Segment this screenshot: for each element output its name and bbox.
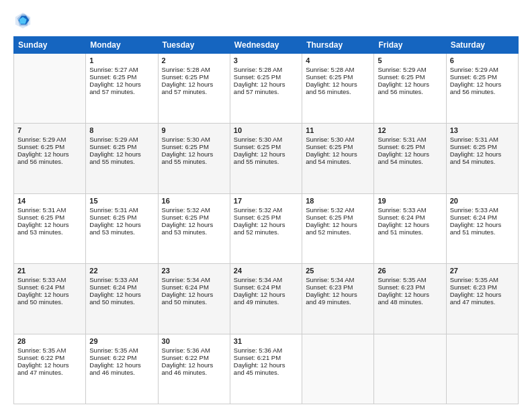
day-cell: 22Sunrise: 5:33 AMSunset: 6:24 PMDayligh… xyxy=(86,264,158,334)
day-number: 10 xyxy=(234,126,298,134)
logo xyxy=(13,11,35,30)
day-info: Sunset: 6:25 PM xyxy=(306,143,370,150)
day-cell: 30Sunrise: 5:36 AMSunset: 6:22 PMDayligh… xyxy=(158,334,230,404)
day-number: 15 xyxy=(89,197,154,205)
day-cell: 31Sunrise: 5:36 AMSunset: 6:21 PMDayligh… xyxy=(230,334,302,404)
day-cell: 15Sunrise: 5:31 AMSunset: 6:25 PMDayligh… xyxy=(86,193,158,263)
day-info: Sunset: 6:25 PM xyxy=(162,143,226,150)
col-header-friday: Friday xyxy=(374,37,446,54)
day-info: Sunrise: 5:28 AM xyxy=(162,66,226,73)
header xyxy=(13,11,519,30)
day-cell: 9Sunrise: 5:30 AMSunset: 6:25 PMDaylight… xyxy=(158,124,230,193)
day-number: 26 xyxy=(378,267,442,275)
day-info: Daylight: 12 hours xyxy=(234,291,298,298)
day-info: Sunset: 6:23 PM xyxy=(306,283,370,291)
day-info: Sunset: 6:25 PM xyxy=(306,73,370,81)
day-info: and 49 minutes. xyxy=(234,298,298,306)
day-cell: 28Sunrise: 5:35 AMSunset: 6:22 PMDayligh… xyxy=(14,334,86,404)
day-number: 7 xyxy=(17,126,82,134)
day-number: 16 xyxy=(162,197,226,205)
day-info: Daylight: 12 hours xyxy=(17,221,82,228)
day-info: and 53 minutes. xyxy=(162,228,226,236)
day-number: 17 xyxy=(234,197,298,205)
day-info: and 57 minutes. xyxy=(162,88,226,95)
day-info: Sunset: 6:23 PM xyxy=(378,283,442,291)
day-number: 4 xyxy=(306,56,370,64)
day-info: Sunset: 6:25 PM xyxy=(378,143,442,150)
day-info: Sunset: 6:24 PM xyxy=(234,283,298,291)
day-info: Sunrise: 5:34 AM xyxy=(162,276,226,283)
day-info: Sunrise: 5:29 AM xyxy=(89,136,154,143)
day-cell: 2Sunrise: 5:28 AMSunset: 6:25 PMDaylight… xyxy=(158,54,230,124)
day-info: and 54 minutes. xyxy=(450,158,515,165)
day-number: 9 xyxy=(162,126,226,134)
day-info: Sunset: 6:25 PM xyxy=(17,214,82,221)
day-info: Daylight: 12 hours xyxy=(378,150,442,158)
day-cell: 18Sunrise: 5:32 AMSunset: 6:25 PMDayligh… xyxy=(302,193,374,263)
day-info: and 54 minutes. xyxy=(378,158,442,165)
day-info: Daylight: 12 hours xyxy=(162,150,226,158)
day-info: Daylight: 12 hours xyxy=(450,221,515,228)
day-cell xyxy=(374,334,446,404)
day-info: Daylight: 12 hours xyxy=(17,361,82,369)
col-header-saturday: Saturday xyxy=(446,37,518,54)
day-cell: 10Sunrise: 5:30 AMSunset: 6:25 PMDayligh… xyxy=(230,124,302,193)
day-info: and 56 minutes. xyxy=(306,88,370,95)
day-cell: 3Sunrise: 5:28 AMSunset: 6:25 PMDaylight… xyxy=(230,54,302,124)
day-info: Sunset: 6:22 PM xyxy=(162,354,226,361)
day-info: Sunset: 6:24 PM xyxy=(378,214,442,221)
day-number: 21 xyxy=(17,267,82,275)
day-cell: 4Sunrise: 5:28 AMSunset: 6:25 PMDaylight… xyxy=(302,54,374,124)
day-info: Sunset: 6:23 PM xyxy=(450,283,515,291)
day-info: Daylight: 12 hours xyxy=(234,221,298,228)
day-info: Sunset: 6:25 PM xyxy=(89,214,154,221)
day-info: Daylight: 12 hours xyxy=(450,291,515,298)
day-cell: 21Sunrise: 5:33 AMSunset: 6:24 PMDayligh… xyxy=(14,264,86,334)
day-number: 22 xyxy=(89,267,154,275)
day-cell: 25Sunrise: 5:34 AMSunset: 6:23 PMDayligh… xyxy=(302,264,374,334)
day-info: Sunset: 6:25 PM xyxy=(234,73,298,81)
day-info: Sunrise: 5:27 AM xyxy=(89,66,154,73)
day-info: and 46 minutes. xyxy=(162,369,226,376)
day-number: 12 xyxy=(378,126,442,134)
day-info: Daylight: 12 hours xyxy=(162,361,226,369)
col-header-monday: Monday xyxy=(86,37,158,54)
day-info: and 56 minutes. xyxy=(378,88,442,95)
day-info: Sunset: 6:22 PM xyxy=(89,354,154,361)
day-info: Daylight: 12 hours xyxy=(162,291,226,298)
day-number: 19 xyxy=(378,197,442,205)
day-info: and 51 minutes. xyxy=(450,228,515,236)
day-number: 23 xyxy=(162,267,226,275)
day-info: Sunset: 6:25 PM xyxy=(89,143,154,150)
day-info: and 50 minutes. xyxy=(89,298,154,306)
day-info: Sunrise: 5:32 AM xyxy=(306,206,370,214)
day-info: Daylight: 12 hours xyxy=(378,221,442,228)
day-info: Sunrise: 5:29 AM xyxy=(378,66,442,73)
day-cell xyxy=(14,54,86,124)
day-info: Sunrise: 5:31 AM xyxy=(17,206,82,214)
day-info: and 55 minutes. xyxy=(162,158,226,165)
day-info: Daylight: 12 hours xyxy=(89,150,154,158)
day-info: Daylight: 12 hours xyxy=(162,221,226,228)
day-info: Daylight: 12 hours xyxy=(89,361,154,369)
day-cell: 6Sunrise: 5:29 AMSunset: 6:25 PMDaylight… xyxy=(446,54,518,124)
day-info: and 48 minutes. xyxy=(378,298,442,306)
day-info: Sunrise: 5:36 AM xyxy=(234,347,298,354)
day-info: and 49 minutes. xyxy=(306,298,370,306)
day-number: 13 xyxy=(450,126,515,134)
day-info: Sunset: 6:25 PM xyxy=(450,143,515,150)
week-row-4: 21Sunrise: 5:33 AMSunset: 6:24 PMDayligh… xyxy=(14,264,519,334)
day-info: Sunset: 6:24 PM xyxy=(17,283,82,291)
calendar-header-row: SundayMondayTuesdayWednesdayThursdayFrid… xyxy=(14,37,519,54)
day-info: Sunrise: 5:35 AM xyxy=(450,276,515,283)
day-info: Daylight: 12 hours xyxy=(378,291,442,298)
day-info: Daylight: 12 hours xyxy=(89,291,154,298)
day-info: and 56 minutes. xyxy=(17,158,82,165)
day-info: Sunrise: 5:33 AM xyxy=(378,206,442,214)
day-info: Sunrise: 5:30 AM xyxy=(306,136,370,143)
day-info: and 51 minutes. xyxy=(378,228,442,236)
day-info: Sunset: 6:25 PM xyxy=(17,143,82,150)
day-number: 14 xyxy=(17,197,82,205)
day-info: and 45 minutes. xyxy=(234,369,298,376)
day-info: Daylight: 12 hours xyxy=(89,221,154,228)
